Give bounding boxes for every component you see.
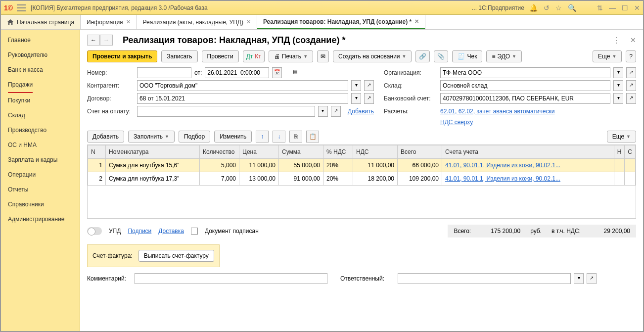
doc-signed-checkbox[interactable] bbox=[191, 228, 198, 235]
sidebar-item-operations[interactable]: Операции bbox=[1, 167, 80, 182]
col-acc[interactable]: Счета учета bbox=[442, 145, 614, 159]
bank-input[interactable] bbox=[440, 93, 610, 104]
tab-realization-doc[interactable]: Реализация товаров: Накладная, УПД (созд… bbox=[257, 15, 425, 29]
sign-link[interactable]: Подписи bbox=[128, 228, 151, 235]
col-sum[interactable]: Сумма bbox=[279, 145, 323, 159]
dropdown-icon[interactable]: ▾ bbox=[574, 273, 584, 284]
close-icon[interactable]: ✕ bbox=[126, 19, 131, 25]
add-link[interactable]: Добавить bbox=[348, 108, 374, 115]
open-icon[interactable]: ↗ bbox=[626, 93, 636, 104]
menu-icon[interactable] bbox=[17, 4, 26, 11]
dt-kt-button[interactable]: ДтКт bbox=[243, 50, 265, 62]
print-button[interactable]: 🖨 Печать▼ bbox=[269, 50, 313, 62]
post-close-button[interactable]: Провести и закрыть bbox=[87, 50, 157, 62]
upd-toggle[interactable] bbox=[87, 227, 102, 235]
dropdown-icon[interactable]: ▾ bbox=[318, 106, 328, 117]
col-s[interactable]: С bbox=[625, 145, 636, 159]
col-qty[interactable]: Количество bbox=[200, 145, 239, 159]
paste-button[interactable]: 📋 bbox=[306, 131, 319, 142]
tab-realization-list[interactable]: Реализация (акты, накладные, УПД)✕ bbox=[137, 15, 257, 29]
dropdown-icon[interactable]: ▾ bbox=[613, 93, 623, 104]
sidebar-item-assets[interactable]: ОС и НМА bbox=[1, 138, 80, 152]
email-button[interactable]: ✉ bbox=[317, 50, 329, 62]
date-input[interactable] bbox=[205, 67, 269, 78]
contr-input[interactable] bbox=[137, 80, 348, 91]
col-n[interactable]: N bbox=[88, 145, 106, 159]
back-button[interactable]: ← bbox=[87, 35, 100, 46]
open-icon[interactable]: ↗ bbox=[364, 93, 374, 104]
calendar-icon[interactable]: 📅 bbox=[272, 67, 282, 78]
sidebar-item-purchases[interactable]: Покупки bbox=[1, 93, 80, 108]
copy-button[interactable]: ⎘ bbox=[289, 131, 302, 142]
sidebar-item-main[interactable]: Главное bbox=[1, 33, 80, 47]
post-button[interactable]: Провести bbox=[202, 50, 239, 62]
rasch-link[interactable]: 62.01, 62.02, зачет аванса автоматически bbox=[440, 108, 554, 115]
bell-icon[interactable]: 🔔 bbox=[529, 4, 538, 12]
col-vatp[interactable]: % НДС bbox=[323, 145, 353, 159]
nds-link[interactable]: НДС сверху bbox=[440, 119, 473, 126]
write-button[interactable]: Записать bbox=[161, 50, 197, 62]
close-icon[interactable]: ✕ bbox=[246, 19, 251, 25]
sklad-input[interactable] bbox=[440, 80, 610, 91]
number-input[interactable] bbox=[137, 67, 191, 78]
resp-input[interactable] bbox=[398, 273, 571, 284]
edit-button[interactable]: Изменить bbox=[214, 131, 252, 142]
dropdown-icon[interactable]: ▾ bbox=[351, 93, 361, 104]
dropdown-icon[interactable]: ▾ bbox=[613, 80, 623, 91]
col-h[interactable]: Н bbox=[614, 145, 625, 159]
table-row[interactable]: 2 Сумка для ноутбука 17,3" 7,000 13 000,… bbox=[88, 172, 636, 186]
more-button[interactable]: Еще▼ bbox=[593, 50, 622, 62]
dogovor-input[interactable] bbox=[137, 93, 348, 104]
edo-button[interactable]: ≡ ЭДО▼ bbox=[486, 50, 522, 62]
create-on-button[interactable]: Создать на основании▼ bbox=[333, 50, 412, 62]
col-total[interactable]: Всего bbox=[398, 145, 442, 159]
search-icon[interactable]: 🔍 bbox=[568, 4, 576, 12]
table-row[interactable]: 1 Сумка для ноутбука 15,6" 5,000 11 000,… bbox=[88, 159, 636, 172]
sidebar-item-sales[interactable]: Продажи bbox=[8, 77, 33, 93]
sidebar-item-reports[interactable]: Отчеты bbox=[1, 182, 80, 197]
fill-button[interactable]: Заполнить▼ bbox=[128, 131, 175, 142]
col-name[interactable]: Номенклатура bbox=[106, 145, 200, 159]
sidebar-item-payroll[interactable]: Зарплата и кадры bbox=[1, 152, 80, 167]
minimize-icon[interactable]: — bbox=[609, 4, 616, 12]
maximize-icon[interactable]: ☐ bbox=[622, 4, 628, 12]
sidebar-item-production[interactable]: Производство bbox=[1, 123, 80, 138]
open-icon[interactable]: ↗ bbox=[587, 273, 597, 284]
help-button[interactable]: ? bbox=[626, 50, 636, 62]
acc-link[interactable]: 41.01, 90.01.1, Изделия из кожи, 90.02.1… bbox=[445, 175, 560, 182]
move-up-button[interactable]: ↑ bbox=[256, 131, 269, 142]
open-icon[interactable]: ↗ bbox=[331, 106, 341, 117]
acc-link[interactable]: 41.01, 90.01.1, Изделия из кожи, 90.02.1… bbox=[445, 162, 560, 169]
col-price[interactable]: Цена bbox=[239, 145, 279, 159]
history-icon[interactable]: ↺ bbox=[544, 4, 550, 12]
add-row-button[interactable]: Добавить bbox=[87, 131, 124, 142]
open-icon[interactable]: ↗ bbox=[364, 80, 374, 91]
close-icon[interactable]: ✕ bbox=[414, 18, 419, 25]
attach-button[interactable]: 📎 bbox=[434, 50, 448, 62]
sidebar-item-bank[interactable]: Банк и касса bbox=[1, 62, 80, 77]
related-button[interactable]: 🔗 bbox=[415, 50, 430, 62]
tab-start[interactable]: Начальная страница bbox=[1, 15, 81, 29]
star-icon[interactable]: ☆ bbox=[555, 4, 562, 12]
settings-icon[interactable]: ⇅ bbox=[597, 4, 603, 12]
tab-info[interactable]: Информация✕ bbox=[81, 15, 137, 29]
sidebar-item-warehouse[interactable]: Склад bbox=[1, 108, 80, 123]
delivery-link[interactable]: Доставка bbox=[158, 228, 184, 235]
col-vat[interactable]: НДС bbox=[353, 145, 398, 159]
close-page-icon[interactable]: ✕ bbox=[630, 36, 636, 44]
dropdown-icon[interactable]: ▾ bbox=[613, 67, 623, 78]
extra-icon[interactable]: ▤ bbox=[290, 67, 300, 78]
forward-button[interactable]: → bbox=[100, 35, 113, 46]
sidebar-item-catalogs[interactable]: Справочники bbox=[1, 197, 80, 212]
check-button[interactable]: 🧾 Чек bbox=[452, 50, 482, 62]
more-icon[interactable]: ⋮ bbox=[612, 36, 620, 45]
org-input[interactable] bbox=[440, 67, 610, 78]
dropdown-icon[interactable]: ▾ bbox=[351, 80, 361, 91]
sidebar-item-manager[interactable]: Руководителю bbox=[1, 47, 80, 62]
sf-button[interactable]: Выписать счет-фактуру bbox=[138, 250, 214, 262]
open-icon[interactable]: ↗ bbox=[626, 80, 636, 91]
pick-button[interactable]: Подбор bbox=[179, 131, 210, 142]
sidebar-item-admin[interactable]: Администрирование bbox=[1, 212, 80, 227]
more-rows-button[interactable]: Еще▼ bbox=[607, 131, 636, 142]
close-icon[interactable]: ✕ bbox=[634, 4, 640, 12]
